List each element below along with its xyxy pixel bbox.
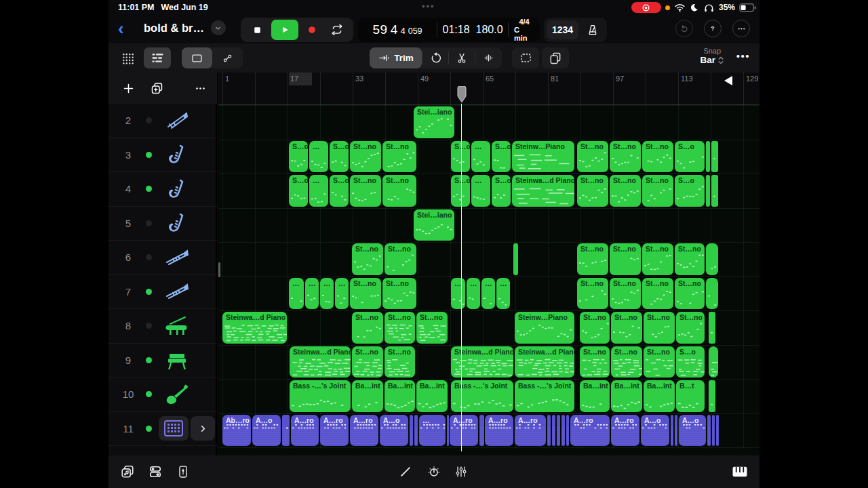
region[interactable]: St…no xyxy=(384,346,415,378)
region-sliver[interactable] xyxy=(547,415,551,447)
region-sliver[interactable] xyxy=(711,141,718,173)
region[interactable]: St…no xyxy=(642,243,673,275)
region[interactable]: Steinwa…d Piano xyxy=(290,346,351,378)
region[interactable]: St…no xyxy=(611,346,642,378)
region[interactable]: Bass -…'s Joint xyxy=(290,380,351,412)
region[interactable]: St…no xyxy=(382,278,416,310)
region[interactable]: S…o xyxy=(492,175,511,207)
region[interactable]: St…no xyxy=(352,346,383,378)
region-sliver[interactable] xyxy=(414,415,418,447)
region[interactable]: St…no xyxy=(416,312,448,344)
marquee-mode-button[interactable] xyxy=(182,47,212,68)
region-sliver[interactable] xyxy=(566,415,569,447)
region[interactable]: … xyxy=(289,278,304,310)
region-sliver[interactable] xyxy=(711,175,718,207)
tracks-view-button[interactable] xyxy=(144,47,171,68)
region[interactable]: St…no xyxy=(610,175,641,207)
region-sliver[interactable] xyxy=(709,312,715,344)
project-title[interactable]: bold & br… xyxy=(144,22,204,35)
controls-button[interactable] xyxy=(144,461,166,483)
region[interactable]: … xyxy=(309,141,328,173)
playhead-handle[interactable] xyxy=(456,86,467,104)
region[interactable]: St…no xyxy=(352,243,383,275)
region[interactable]: Bass -…'s Joint xyxy=(451,380,513,412)
region[interactable]: Steinwa…d Piano xyxy=(451,346,513,378)
track-row-4[interactable]: 4 xyxy=(108,172,217,207)
region-sliver[interactable] xyxy=(410,415,413,447)
drum-pad-button[interactable] xyxy=(159,416,189,441)
region[interactable]: St…no xyxy=(610,243,641,275)
help-button[interactable]: ? xyxy=(704,20,722,37)
region[interactable]: St…no xyxy=(675,243,705,275)
track-disabled-dot[interactable] xyxy=(146,254,152,260)
track-more-button[interactable] xyxy=(189,77,212,100)
region[interactable]: A…ro xyxy=(570,415,610,447)
region[interactable]: Ba…int xyxy=(416,380,448,412)
back-button[interactable]: ‹ xyxy=(118,18,124,39)
region[interactable]: St…no xyxy=(642,141,673,173)
region-sliver[interactable] xyxy=(706,141,710,173)
region[interactable]: … xyxy=(481,278,495,310)
loop-browser-button[interactable] xyxy=(117,461,138,483)
track-row-2[interactable]: 2 xyxy=(108,104,217,138)
region[interactable]: Steinw…Piano xyxy=(515,312,574,344)
region[interactable]: St…no xyxy=(577,243,608,275)
region[interactable]: A…ro xyxy=(611,415,639,447)
duplicate-track-button[interactable] xyxy=(145,77,168,100)
region-sliver[interactable] xyxy=(675,415,677,447)
region[interactable]: St…no xyxy=(352,312,383,344)
region[interactable]: S…o xyxy=(289,141,308,173)
region[interactable]: St…no xyxy=(350,175,381,207)
track-enabled-dot[interactable] xyxy=(146,289,152,295)
region-sliver[interactable] xyxy=(671,415,673,447)
lcd-display[interactable]: 59 4 4 059 01:18 180.0 4/4 C min xyxy=(358,18,540,42)
region[interactable]: A…ro xyxy=(450,415,478,447)
region[interactable]: Bass -…'s Joint xyxy=(515,380,574,412)
region[interactable]: Ab…ro xyxy=(222,415,251,447)
record-button[interactable] xyxy=(300,20,323,39)
region[interactable]: S…o xyxy=(675,175,705,207)
screen-recording-pill[interactable] xyxy=(631,2,661,13)
region[interactable]: S…o xyxy=(675,141,705,173)
region-sliver[interactable] xyxy=(706,243,718,275)
track-row-10[interactable]: 10 xyxy=(108,378,217,412)
region[interactable]: … xyxy=(305,278,319,310)
region[interactable]: … xyxy=(335,278,349,310)
region-sliver[interactable] xyxy=(716,415,719,447)
split-tool-button[interactable] xyxy=(449,47,475,68)
grid-view-button[interactable] xyxy=(117,47,140,68)
region[interactable]: S…o xyxy=(330,141,349,173)
knob-button[interactable] xyxy=(423,461,445,483)
region[interactable]: … xyxy=(419,415,446,447)
region[interactable]: St…no xyxy=(642,278,673,310)
metronome-button[interactable] xyxy=(581,20,604,39)
keyboard-button[interactable] xyxy=(729,461,751,483)
region[interactable]: St…no xyxy=(384,312,415,344)
project-menu-button[interactable] xyxy=(211,20,226,35)
region[interactable]: S…o xyxy=(451,175,470,207)
region[interactable]: St…no xyxy=(577,278,608,310)
track-disabled-dot[interactable] xyxy=(146,323,152,329)
region-sliver[interactable] xyxy=(513,243,518,275)
add-track-button[interactable] xyxy=(117,77,140,100)
region[interactable]: Stei…iano xyxy=(414,209,454,241)
region[interactable]: St…no xyxy=(580,346,610,378)
region[interactable]: St…no xyxy=(382,175,416,207)
region-sliver[interactable] xyxy=(479,415,484,447)
region[interactable]: … xyxy=(320,278,334,310)
region[interactable]: … xyxy=(471,175,490,207)
cycle-button[interactable] xyxy=(326,20,349,39)
count-in-button[interactable]: 1234 xyxy=(547,20,578,39)
region[interactable]: Ba…int xyxy=(580,380,610,412)
region[interactable]: St…no xyxy=(676,312,705,344)
region[interactable]: A…ro xyxy=(515,415,546,447)
region[interactable]: Steinwa…d Piano xyxy=(512,175,574,207)
region[interactable]: A…ro xyxy=(320,415,349,447)
region-sliver[interactable] xyxy=(709,380,715,412)
automation-button[interactable] xyxy=(212,47,243,68)
region[interactable]: A…ro xyxy=(291,415,319,447)
region[interactable]: S…o xyxy=(492,141,511,173)
region[interactable]: A…ro xyxy=(350,415,378,447)
track-row-9[interactable]: 9 xyxy=(108,344,217,378)
region[interactable]: A…ro xyxy=(485,415,513,447)
